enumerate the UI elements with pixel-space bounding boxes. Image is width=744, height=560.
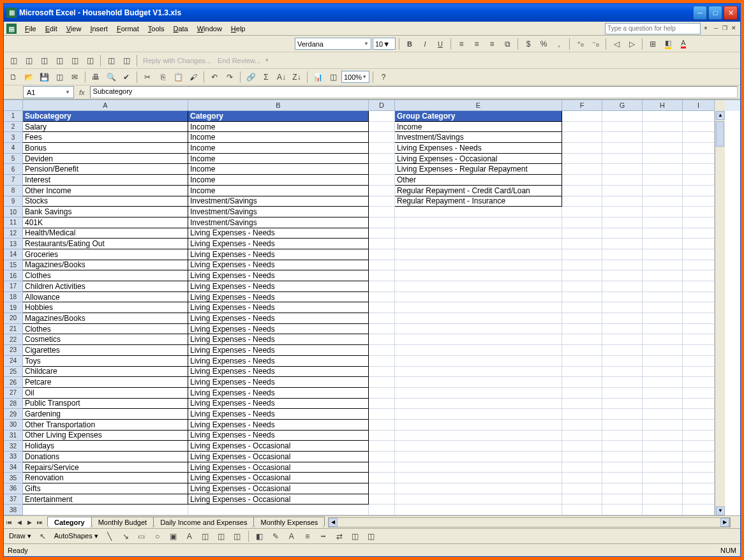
cell-F14[interactable] [562,249,602,260]
zoom-select[interactable]: 100%▼ [341,71,369,83]
cell-B16[interactable]: Living Expenses - Needs [188,270,369,281]
increase-indent-button[interactable]: ▷ [625,37,639,51]
sort-desc-button[interactable]: Z↓ [290,70,304,84]
cell-B33[interactable]: Living Expenses - Occasional [188,452,369,462]
cell-E8[interactable]: Regular Repayment - Credit Card/Loan [395,186,562,196]
cell-G24[interactable] [602,356,643,367]
col-header-I[interactable]: I [683,100,715,111]
cell-B5[interactable]: Income [188,154,369,165]
cell-A22[interactable]: Cosmetics [23,334,188,345]
cell-A8[interactable]: Other Income [23,186,188,196]
cell-F36[interactable] [562,483,602,494]
cell-B20[interactable]: Living Expenses - Needs [188,313,369,324]
cell-H37[interactable] [643,494,683,505]
cell-F35[interactable] [562,473,602,483]
cell-D7[interactable] [369,175,395,186]
cell-F3[interactable] [562,132,602,143]
format-painter-button[interactable]: 🖌 [186,70,200,84]
spelling-button[interactable]: ✔ [119,70,133,84]
increase-decimal-button[interactable]: ⁺₀ [573,37,587,51]
wordart-button[interactable]: A [182,529,197,543]
cell-G6[interactable] [602,164,643,175]
diagram-button[interactable]: ◫ [198,529,212,543]
cell-H2[interactable] [643,122,683,133]
cell-B18[interactable]: Living Expenses - Needs [188,292,369,303]
cell-D21[interactable] [369,324,395,335]
font-color-draw-button[interactable]: A [285,529,299,543]
cell-I30[interactable] [683,420,715,431]
fill-color-draw-button[interactable]: ◧ [253,529,267,543]
cell-E21[interactable] [395,324,562,335]
cell-A24[interactable]: Toys [23,356,188,367]
shadow-button[interactable]: ◫ [348,529,362,543]
cell-E26[interactable] [395,377,562,388]
cell-E9[interactable]: Regular Repayment - Insurance [395,196,562,207]
align-left-button[interactable]: ≡ [454,37,468,51]
row-header[interactable]: 10 [4,207,23,217]
scroll-down-button[interactable]: ▼ [716,506,725,515]
cell-B15[interactable]: Living Expenses - Needs [188,260,369,271]
cell-I3[interactable] [683,132,715,143]
cell-G25[interactable] [602,367,643,378]
cell-A7[interactable]: Interest [23,175,188,186]
row-header[interactable]: 15 [4,260,23,271]
comma-button[interactable]: , [552,37,566,51]
cell-F33[interactable] [562,452,602,462]
cell-H25[interactable] [643,367,683,378]
row-header[interactable]: 22 [4,334,23,345]
cell-F1[interactable] [562,111,602,122]
print-button[interactable]: 🖶 [89,70,103,84]
cell-I21[interactable] [683,324,715,335]
cell-B29[interactable]: Living Expenses - Needs [188,409,369,420]
vertical-scrollbar[interactable]: ▲ ▼ [715,111,725,515]
row-header[interactable]: 35 [4,473,23,483]
cell-D1[interactable] [369,111,395,122]
menu-window[interactable]: Window [193,24,227,34]
cell-F22[interactable] [562,334,602,345]
cell-I18[interactable] [683,292,715,303]
cell-I28[interactable] [683,399,715,409]
cell-E11[interactable] [395,217,562,228]
menu-data[interactable]: Data [168,24,192,34]
email-button[interactable]: ✉ [68,70,82,84]
cell-B34[interactable]: Living Expenses - Occasional [188,462,369,473]
arrow-button[interactable]: ↘ [119,529,133,543]
decrease-indent-button[interactable]: ◁ [609,37,623,51]
cell-H24[interactable] [643,356,683,367]
cell-A3[interactable]: Fees [23,132,188,143]
cell-H13[interactable] [643,239,683,249]
cell-H29[interactable] [643,409,683,420]
rectangle-button[interactable]: ▭ [135,529,149,543]
cell-E28[interactable] [395,399,562,409]
cell-I23[interactable] [683,345,715,356]
cell-D34[interactable] [369,462,395,473]
cell-F4[interactable] [562,143,602,154]
row-header[interactable]: 5 [4,154,23,165]
cell-I14[interactable] [683,249,715,260]
cell-A31[interactable]: Other Living Expenses [23,431,188,441]
hyperlink-button[interactable]: 🔗 [244,70,258,84]
textbox-button[interactable]: ▣ [167,529,181,543]
cell-E24[interactable] [395,356,562,367]
cell-H18[interactable] [643,292,683,303]
horizontal-scrollbar[interactable]: ◀ ▶ [328,517,730,527]
row-header[interactable]: 4 [4,143,23,154]
cell-F18[interactable] [562,292,602,303]
cell-I37[interactable] [683,494,715,505]
fill-color-button[interactable]: ◧ [661,37,675,51]
align-center-button[interactable]: ≡ [470,37,484,51]
autoshapes-menu[interactable]: AutoShapes ▾ [52,532,101,540]
menu-insert[interactable]: Insert [86,24,112,34]
col-header-H[interactable]: H [643,100,683,111]
cell-I9[interactable] [683,196,715,207]
row-header[interactable]: 6 [4,164,23,175]
cell-A27[interactable]: Oil [23,388,188,399]
cell-F31[interactable] [562,431,602,441]
cell-I26[interactable] [683,377,715,388]
cell-F23[interactable] [562,345,602,356]
cell-I16[interactable] [683,270,715,281]
cell-B36[interactable]: Living Expenses - Occasional [188,483,369,494]
cell-G11[interactable] [602,217,643,228]
cell-I34[interactable] [683,462,715,473]
cell-B21[interactable]: Living Expenses - Needs [188,324,369,335]
